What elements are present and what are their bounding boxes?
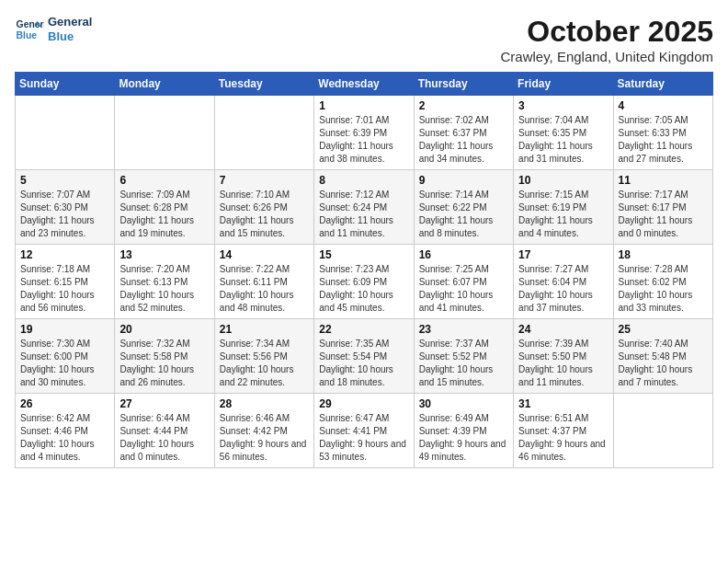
calendar-cell: 26Sunrise: 6:42 AM Sunset: 4:46 PM Dayli… xyxy=(16,394,115,468)
day-number: 4 xyxy=(619,99,708,112)
day-number: 3 xyxy=(518,99,608,112)
day-number: 8 xyxy=(319,174,408,187)
calendar-cell: 27Sunrise: 6:44 AM Sunset: 4:44 PM Dayli… xyxy=(115,394,214,468)
logo-icon: General Blue xyxy=(15,15,44,44)
weekday-header-sunday: Sunday xyxy=(16,73,115,96)
day-info: Sunrise: 6:42 AM Sunset: 4:46 PM Dayligh… xyxy=(20,412,109,464)
day-number: 7 xyxy=(220,174,309,187)
calendar-cell: 30Sunrise: 6:49 AM Sunset: 4:39 PM Dayli… xyxy=(414,394,513,468)
day-number: 29 xyxy=(319,397,408,410)
day-number: 27 xyxy=(119,397,209,410)
day-number: 25 xyxy=(619,323,708,336)
calendar-week-4: 19Sunrise: 7:30 AM Sunset: 6:00 PM Dayli… xyxy=(16,319,713,394)
day-number: 11 xyxy=(619,174,708,187)
calendar-cell: 18Sunrise: 7:28 AM Sunset: 6:02 PM Dayli… xyxy=(613,245,712,319)
day-number: 13 xyxy=(119,248,209,261)
day-info: Sunrise: 7:04 AM Sunset: 6:35 PM Dayligh… xyxy=(518,114,608,166)
weekday-header-monday: Monday xyxy=(115,73,214,96)
weekday-header-saturday: Saturday xyxy=(613,73,712,96)
day-number: 2 xyxy=(419,99,508,112)
day-number: 17 xyxy=(518,248,608,261)
day-number: 26 xyxy=(20,397,109,410)
calendar-cell: 9Sunrise: 7:14 AM Sunset: 6:22 PM Daylig… xyxy=(414,170,513,245)
calendar-cell: 6Sunrise: 7:09 AM Sunset: 6:28 PM Daylig… xyxy=(115,170,214,245)
day-number: 10 xyxy=(518,174,608,187)
calendar-cell: 24Sunrise: 7:39 AM Sunset: 5:50 PM Dayli… xyxy=(514,319,613,394)
day-number: 5 xyxy=(20,174,109,187)
calendar-week-1: 1Sunrise: 7:01 AM Sunset: 6:39 PM Daylig… xyxy=(16,96,713,170)
day-info: Sunrise: 7:02 AM Sunset: 6:37 PM Dayligh… xyxy=(419,114,508,166)
calendar-header-row: SundayMondayTuesdayWednesdayThursdayFrid… xyxy=(16,73,713,96)
day-info: Sunrise: 7:05 AM Sunset: 6:33 PM Dayligh… xyxy=(619,114,708,166)
calendar-cell: 8Sunrise: 7:12 AM Sunset: 6:24 PM Daylig… xyxy=(314,170,414,245)
day-number: 9 xyxy=(419,174,508,187)
day-info: Sunrise: 6:51 AM Sunset: 4:37 PM Dayligh… xyxy=(518,412,608,464)
calendar-cell: 14Sunrise: 7:22 AM Sunset: 6:11 PM Dayli… xyxy=(214,245,313,319)
logo-text-general: General xyxy=(48,15,92,29)
calendar-week-5: 26Sunrise: 6:42 AM Sunset: 4:46 PM Dayli… xyxy=(16,394,713,468)
day-number: 19 xyxy=(20,323,109,336)
weekday-header-thursday: Thursday xyxy=(414,73,513,96)
day-info: Sunrise: 7:40 AM Sunset: 5:48 PM Dayligh… xyxy=(619,338,708,389)
day-number: 14 xyxy=(220,248,309,261)
day-info: Sunrise: 7:30 AM Sunset: 6:00 PM Dayligh… xyxy=(20,338,109,389)
weekday-header-wednesday: Wednesday xyxy=(314,73,414,96)
day-info: Sunrise: 7:34 AM Sunset: 5:56 PM Dayligh… xyxy=(220,338,309,389)
day-info: Sunrise: 7:07 AM Sunset: 6:30 PM Dayligh… xyxy=(20,189,109,240)
calendar-cell: 16Sunrise: 7:25 AM Sunset: 6:07 PM Dayli… xyxy=(414,245,513,319)
title-block: October 2025 Crawley, England, United Ki… xyxy=(500,15,713,64)
day-info: Sunrise: 7:27 AM Sunset: 6:04 PM Dayligh… xyxy=(518,263,608,315)
day-number: 28 xyxy=(220,397,309,410)
day-info: Sunrise: 7:18 AM Sunset: 6:15 PM Dayligh… xyxy=(20,263,109,315)
calendar-table: SundayMondayTuesdayWednesdayThursdayFrid… xyxy=(15,72,713,468)
calendar-cell: 13Sunrise: 7:20 AM Sunset: 6:13 PM Dayli… xyxy=(115,245,214,319)
day-info: Sunrise: 7:37 AM Sunset: 5:52 PM Dayligh… xyxy=(419,338,508,389)
day-info: Sunrise: 7:15 AM Sunset: 6:19 PM Dayligh… xyxy=(518,189,608,240)
calendar-cell: 25Sunrise: 7:40 AM Sunset: 5:48 PM Dayli… xyxy=(613,319,712,394)
day-number: 6 xyxy=(119,174,209,187)
day-info: Sunrise: 7:12 AM Sunset: 6:24 PM Dayligh… xyxy=(319,189,408,240)
calendar-cell: 23Sunrise: 7:37 AM Sunset: 5:52 PM Dayli… xyxy=(414,319,513,394)
day-info: Sunrise: 7:17 AM Sunset: 6:17 PM Dayligh… xyxy=(619,189,708,240)
day-info: Sunrise: 7:25 AM Sunset: 6:07 PM Dayligh… xyxy=(419,263,508,315)
calendar-cell xyxy=(16,96,115,170)
day-info: Sunrise: 7:20 AM Sunset: 6:13 PM Dayligh… xyxy=(119,263,209,315)
calendar-cell: 12Sunrise: 7:18 AM Sunset: 6:15 PM Dayli… xyxy=(16,245,115,319)
day-number: 24 xyxy=(518,323,608,336)
calendar-cell xyxy=(115,96,214,170)
page-header: General Blue General Blue October 2025 C… xyxy=(15,15,713,64)
day-info: Sunrise: 7:14 AM Sunset: 6:22 PM Dayligh… xyxy=(419,189,508,240)
calendar-cell: 3Sunrise: 7:04 AM Sunset: 6:35 PM Daylig… xyxy=(514,96,613,170)
day-info: Sunrise: 7:10 AM Sunset: 6:26 PM Dayligh… xyxy=(220,189,309,240)
day-number: 20 xyxy=(119,323,209,336)
calendar-cell: 28Sunrise: 6:46 AM Sunset: 4:42 PM Dayli… xyxy=(214,394,313,468)
calendar-cell: 11Sunrise: 7:17 AM Sunset: 6:17 PM Dayli… xyxy=(613,170,712,245)
weekday-header-tuesday: Tuesday xyxy=(214,73,313,96)
day-number: 1 xyxy=(319,99,408,112)
month-title: October 2025 xyxy=(500,15,713,49)
day-info: Sunrise: 7:01 AM Sunset: 6:39 PM Dayligh… xyxy=(319,114,408,166)
calendar-cell: 4Sunrise: 7:05 AM Sunset: 6:33 PM Daylig… xyxy=(613,96,712,170)
day-number: 12 xyxy=(20,248,109,261)
day-number: 18 xyxy=(619,248,708,261)
day-info: Sunrise: 7:39 AM Sunset: 5:50 PM Dayligh… xyxy=(518,338,608,389)
svg-text:Blue: Blue xyxy=(17,30,38,40)
calendar-cell: 5Sunrise: 7:07 AM Sunset: 6:30 PM Daylig… xyxy=(16,170,115,245)
day-info: Sunrise: 6:46 AM Sunset: 4:42 PM Dayligh… xyxy=(220,412,309,464)
calendar-cell: 31Sunrise: 6:51 AM Sunset: 4:37 PM Dayli… xyxy=(514,394,613,468)
day-number: 16 xyxy=(419,248,508,261)
day-info: Sunrise: 7:35 AM Sunset: 5:54 PM Dayligh… xyxy=(319,338,408,389)
logo: General Blue General Blue xyxy=(15,15,92,44)
calendar-week-3: 12Sunrise: 7:18 AM Sunset: 6:15 PM Dayli… xyxy=(16,245,713,319)
calendar-cell: 22Sunrise: 7:35 AM Sunset: 5:54 PM Dayli… xyxy=(314,319,414,394)
calendar-cell: 19Sunrise: 7:30 AM Sunset: 6:00 PM Dayli… xyxy=(16,319,115,394)
calendar-week-2: 5Sunrise: 7:07 AM Sunset: 6:30 PM Daylig… xyxy=(16,170,713,245)
calendar-cell: 10Sunrise: 7:15 AM Sunset: 6:19 PM Dayli… xyxy=(514,170,613,245)
day-number: 23 xyxy=(419,323,508,336)
calendar-cell: 21Sunrise: 7:34 AM Sunset: 5:56 PM Dayli… xyxy=(214,319,313,394)
day-info: Sunrise: 6:49 AM Sunset: 4:39 PM Dayligh… xyxy=(419,412,508,464)
day-info: Sunrise: 7:32 AM Sunset: 5:58 PM Dayligh… xyxy=(119,338,209,389)
day-number: 15 xyxy=(319,248,408,261)
calendar-cell xyxy=(214,96,313,170)
day-number: 30 xyxy=(419,397,508,410)
